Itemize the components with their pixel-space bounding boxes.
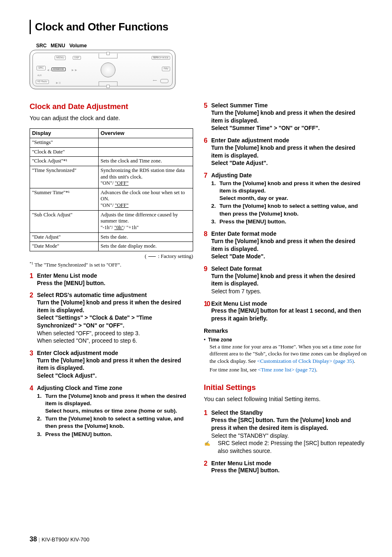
remark-body-1: Set a time zone for your area as "Home".… — [210, 343, 367, 365]
step-4: 4 Adjusting Clock and Time zone 1.Turn t… — [30, 384, 193, 439]
settings-table: Display Overview "Settings" "Clock & Dat… — [30, 128, 193, 251]
page-title: Clock and Other Functions — [35, 20, 367, 34]
init-step-2: 2 Enter Menu List mode Press the [MENU] … — [204, 460, 367, 475]
device-illustration: MENU DISP SRC KENWOOD HD Radio AUX ◄◄ ►►… — [30, 50, 175, 89]
step-7: 7 Adjusting Date 1.Turn the [Volume] kno… — [204, 172, 367, 226]
remark-body-2: For time zone list, see <Time zone list>… — [210, 366, 367, 374]
section-heading-initial: Initial Settings — [204, 383, 367, 393]
section-heading-clock: Clock and Date Adjustment — [30, 102, 193, 112]
link-customization[interactable]: <Customization of Clock Display> (page 3… — [257, 358, 354, 364]
step-9: 9 Select Date format Turn the [Volume] k… — [204, 265, 367, 296]
page-footer: 38|KIV-BT900/ KIV-700 — [30, 535, 90, 544]
device-labels: SRC MENU Volume — [30, 42, 367, 49]
asterisk-note: *1 The "Time Synchronized" is set to "OF… — [30, 261, 193, 269]
step-3: 3 Enter Clock adjustment mode Turn the [… — [30, 349, 193, 380]
section-intro: You can adjust the clock and date. — [30, 114, 193, 123]
remark-bullet: •Time zone — [204, 337, 367, 343]
step-1: 1 Enter Menu List mode Press the [MENU] … — [30, 272, 193, 288]
step-8: 8 Enter Date format mode Turn the [Volum… — [204, 230, 367, 261]
factory-setting-note: ( : Factory setting) — [30, 253, 193, 260]
step-2: 2 Select RDS's automatic time adjustment… — [30, 291, 193, 345]
pencil-icon — [211, 442, 217, 446]
step-6: 6 Enter Date adjustment mode Turn the [V… — [204, 137, 367, 167]
remarks-heading: Remarks — [204, 327, 367, 335]
step-10: 10 Exit Menu List mode Press the [MENU] … — [204, 300, 367, 323]
step-5: 5 Select Summer Time Turn the [Volume] k… — [204, 102, 367, 132]
link-timezone-list[interactable]: <Time zone list> (page 72) — [258, 367, 316, 373]
init-step-1: 1 Select the Standby Press the [SRC] but… — [204, 409, 367, 455]
initial-intro: You can select following Initial Setting… — [204, 395, 367, 404]
